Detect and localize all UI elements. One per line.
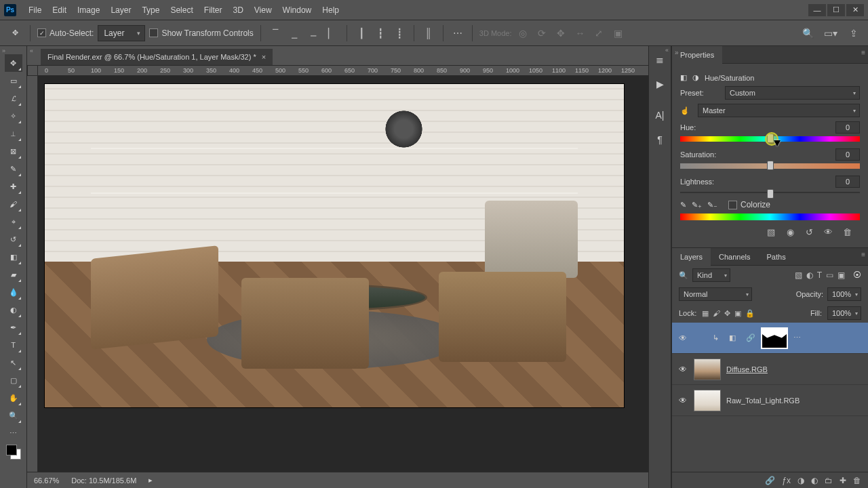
filter-shape-icon[interactable]: ▭ <box>826 270 833 280</box>
menu-select[interactable]: Select <box>165 3 198 18</box>
distribute-hc-icon[interactable]: ┇ <box>373 26 388 41</box>
collapse-panels-icon[interactable]: » <box>675 49 679 56</box>
paths-tab[interactable]: Paths <box>759 248 794 266</box>
eraser-tool[interactable]: ◧ <box>5 248 22 266</box>
layer-item-diffuse[interactable]: 👁 Diffuse.RGB <box>672 354 868 385</box>
fill-combo[interactable]: 100% <box>827 306 861 320</box>
document-tab[interactable]: Final Render.exr @ 66.7% (Hue/Saturation… <box>41 49 273 65</box>
pen-tool[interactable]: ✒ <box>5 319 22 336</box>
channel-combo[interactable]: Master <box>698 104 860 117</box>
view-previous-icon[interactable]: ◉ <box>784 227 796 237</box>
brush-tool[interactable]: 🖌 <box>5 195 22 213</box>
workspace-icon[interactable]: ▭▾ <box>823 26 838 41</box>
finger-icon[interactable]: ☝ <box>680 106 692 115</box>
layers-panel-menu-icon[interactable]: ≡ <box>861 251 865 258</box>
edit-toolbar-icon[interactable]: ⋯ <box>5 424 22 442</box>
vertical-ruler[interactable] <box>27 76 38 472</box>
layer-thumbnail[interactable] <box>694 359 721 380</box>
opacity-combo[interactable]: 100% <box>827 287 861 301</box>
layer-name[interactable]: Diffuse.RGB <box>726 365 768 373</box>
lock-all-icon[interactable]: 🔒 <box>745 309 755 318</box>
menu-type[interactable]: Type <box>136 3 165 18</box>
visibility-icon[interactable]: 👁 <box>677 396 688 405</box>
blur-tool[interactable]: 💧 <box>5 283 22 301</box>
status-arrow-icon[interactable]: ▸ <box>149 476 153 485</box>
lightness-thumb[interactable] <box>767 189 774 199</box>
menu-filter[interactable]: Filter <box>199 3 228 18</box>
saturation-slider[interactable]: Saturation: 0 <box>680 148 860 169</box>
filter-search-icon[interactable]: 🔍 <box>679 271 688 280</box>
properties-tab[interactable]: Properties <box>672 46 722 64</box>
history-panel-icon[interactable]: ≣ <box>652 52 668 68</box>
layers-list[interactable]: 👁 ↳ ◧ 🔗 ⋯ 👁 Diffuse.RGB 👁 Raw_Total_Ligh… <box>672 323 868 472</box>
saturation-value[interactable]: 0 <box>835 148 860 161</box>
preset-combo[interactable]: Custom <box>725 86 860 100</box>
layer-name[interactable]: Raw_Total_Light.RGB <box>726 396 800 405</box>
layer-style-icon[interactable]: ƒx <box>782 476 791 485</box>
clip-to-layer-icon[interactable]: ▧ <box>765 227 777 237</box>
type-tool[interactable]: T <box>5 336 22 354</box>
show-transform-checkbox[interactable]: Show Transform Controls <box>149 28 253 38</box>
hue-track[interactable] <box>680 136 860 142</box>
actions-panel-icon[interactable]: ▶ <box>652 76 668 92</box>
zoom-level[interactable]: 66.67% <box>34 476 59 485</box>
visibility-icon[interactable]: 👁 <box>677 365 688 374</box>
menu-3d[interactable]: 3D <box>227 3 248 18</box>
visibility-icon[interactable]: 👁 <box>677 333 688 343</box>
eyedropper-add-icon[interactable]: ✎₊ <box>692 201 702 209</box>
crop-tool[interactable]: ⟂ <box>5 125 22 142</box>
filter-toggle-icon[interactable]: ⦿ <box>853 270 861 280</box>
dodge-tool[interactable]: ◐ <box>5 301 22 319</box>
new-layer-icon[interactable]: ✚ <box>840 476 846 485</box>
reset-icon[interactable]: ↺ <box>803 227 815 237</box>
character-panel-icon[interactable]: A| <box>652 107 668 123</box>
new-adjustment-icon[interactable]: ◐ <box>811 476 818 485</box>
layer-menu-dots-icon[interactable]: ⋯ <box>793 333 801 342</box>
layer-item-rawlight[interactable]: 👁 Raw_Total_Light.RGB <box>672 385 868 416</box>
lightness-slider[interactable]: Lightness: 0 <box>680 176 860 193</box>
frame-tool[interactable]: ⊠ <box>5 142 22 160</box>
saturation-thumb[interactable] <box>767 161 774 170</box>
hue-value[interactable]: 0 <box>835 121 860 134</box>
clone-tool[interactable]: ⌖ <box>5 213 22 230</box>
align-left-icon[interactable]: ▏ <box>325 26 340 41</box>
window-minimize-button[interactable]: — <box>808 4 826 16</box>
horizontal-ruler[interactable]: 0501001502002503003504004505005506006507… <box>38 65 648 76</box>
paragraph-panel-icon[interactable]: ¶ <box>652 131 668 148</box>
hue-slider[interactable]: Hue: 0 <box>680 121 860 142</box>
menu-view[interactable]: View <box>249 3 277 18</box>
auto-select-target-combo[interactable]: Layer <box>98 25 145 41</box>
ruler-origin[interactable] <box>27 65 38 76</box>
link-layers-icon[interactable]: 🔗 <box>765 476 775 485</box>
document-info[interactable]: Doc: 10.5M/185.6M <box>71 476 136 485</box>
distribute-h-icon[interactable]: ┃ <box>354 26 369 41</box>
move-tool[interactable]: ✥ <box>5 54 22 72</box>
hue-thumb[interactable] <box>767 134 774 143</box>
shape-tool[interactable]: ▢ <box>5 371 22 389</box>
menu-file[interactable]: File <box>23 3 47 18</box>
path-select-tool[interactable]: ↖ <box>5 354 22 371</box>
distribute-spacing-icon[interactable]: ║ <box>421 26 436 41</box>
distribute-v-icon[interactable]: ┋ <box>392 26 407 41</box>
layer-thumbnail[interactable] <box>694 390 721 411</box>
filter-type-icon[interactable]: T <box>817 270 822 280</box>
layers-tab[interactable]: Layers <box>672 248 711 266</box>
document-canvas[interactable] <box>45 84 624 407</box>
search-icon[interactable]: 🔍 <box>800 26 815 41</box>
foreground-color-swatch[interactable] <box>6 445 17 455</box>
history-brush-tool[interactable]: ↺ <box>5 230 22 248</box>
menu-edit[interactable]: Edit <box>47 3 72 18</box>
blend-mode-combo[interactable]: Normal <box>679 287 752 301</box>
toggle-visibility-icon[interactable]: 👁 <box>822 227 834 237</box>
align-top-icon[interactable]: ⎺ <box>268 26 283 41</box>
delete-adjustment-icon[interactable]: 🗑 <box>841 227 853 237</box>
filter-smart-icon[interactable]: ▣ <box>837 270 845 280</box>
channels-tab[interactable]: Channels <box>711 248 758 266</box>
lightness-value[interactable]: 0 <box>835 176 860 188</box>
add-mask-icon[interactable]: ◑ <box>797 476 804 485</box>
toolbar-expand-icon[interactable]: » <box>0 47 7 54</box>
eyedropper-tool[interactable]: ✎ <box>5 160 22 178</box>
saturation-track[interactable] <box>680 163 860 169</box>
align-vcenter-icon[interactable]: ⎯ <box>287 26 302 41</box>
menu-window[interactable]: Window <box>277 3 317 18</box>
